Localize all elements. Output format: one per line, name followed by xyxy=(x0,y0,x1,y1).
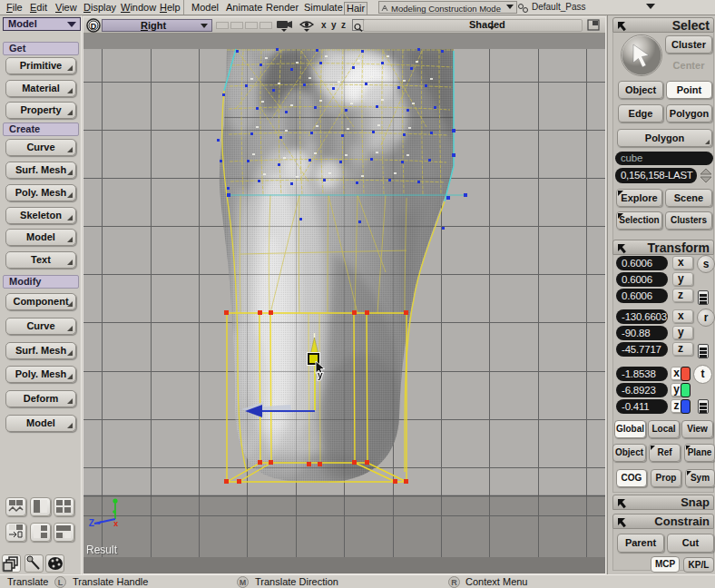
svg-text:y: y xyxy=(318,370,323,380)
svg-text:D: D xyxy=(91,22,97,31)
svg-text:Z: Z xyxy=(89,518,94,528)
svg-text:Result: Result xyxy=(86,544,118,556)
svg-text:x: x xyxy=(113,519,118,528)
